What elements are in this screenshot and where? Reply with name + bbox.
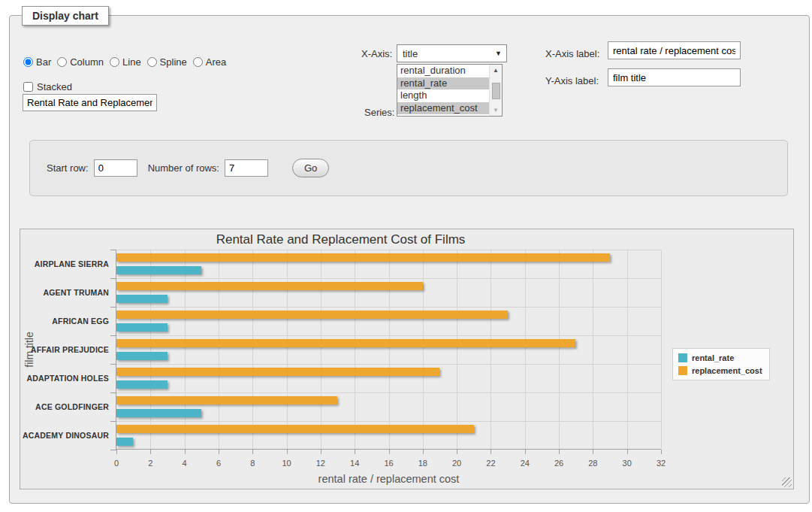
chart-type-radio-spline[interactable]: Spline: [147, 56, 187, 68]
y-axis-tick: [110, 392, 116, 393]
num-rows-input[interactable]: [225, 159, 268, 177]
bar-replacement_cost: [116, 368, 439, 376]
y-axis-tick: [110, 250, 116, 250]
x-axis-tick-label: 0: [114, 459, 119, 468]
x-axis-tick-label: 4: [183, 459, 187, 468]
series-scrollbar[interactable]: ▲ ▼: [489, 65, 502, 116]
x-axis-tick: [252, 450, 253, 454]
x-axis-tick-label: 22: [486, 459, 495, 468]
x-axis-tick-label: 28: [588, 459, 597, 468]
x-axis-tick-label: 6: [216, 459, 221, 468]
x-axis-tick: [661, 450, 662, 454]
chart-type-radio-area[interactable]: Area: [193, 56, 226, 68]
stacked-checkbox[interactable]: [23, 82, 33, 92]
resize-handle-icon[interactable]: [782, 477, 792, 487]
x-axis-tick-label: 24: [521, 459, 530, 468]
x-axis-tick-label: 20: [452, 459, 461, 468]
legend-item-replacement_cost[interactable]: replacement_cost: [678, 366, 762, 375]
category-label: AFRICAN EGG: [52, 317, 109, 326]
gridline-vertical: [661, 250, 662, 449]
bar-replacement_cost: [116, 311, 508, 319]
scrollbar-thumb[interactable]: [492, 83, 500, 99]
category-label: AFFAIR PREJUDICE: [31, 345, 109, 354]
bar-replacement_cost: [116, 253, 610, 262]
x-axis-tick: [219, 450, 219, 454]
legend-item-rental_rate[interactable]: rental_rate: [678, 353, 762, 362]
x-axis-tick: [593, 450, 593, 454]
x-axis-tick: [423, 450, 424, 454]
chart-type-radio-input-line[interactable]: [110, 57, 119, 67]
plot-area: rental rate / replacement cost 024681012…: [116, 250, 661, 450]
chart-title-input[interactable]: [23, 94, 157, 111]
category-row: AIRPLANE SIERRA: [116, 250, 661, 278]
category-label: AIRPLANE SIERRA: [35, 259, 109, 268]
xaxis-selected-value: title: [403, 48, 418, 59]
y-axis-tick: [110, 278, 116, 279]
yaxis-label-input[interactable]: [608, 68, 741, 86]
yaxis-label-field-label: Y-Axis label:: [545, 75, 599, 86]
series-options: rental_durationrental_ratelengthreplacem…: [397, 65, 489, 116]
xaxis-select-label: X-Axis:: [361, 48, 392, 59]
legend-swatch-icon: [678, 353, 687, 362]
scroll-up-icon[interactable]: ▲: [490, 65, 503, 76]
series-option-length[interactable]: length: [397, 89, 489, 102]
y-axis-tick: [110, 335, 116, 336]
chart-type-radio-input-bar[interactable]: [23, 57, 33, 67]
xaxis-label-input[interactable]: [608, 41, 741, 59]
x-axis-tick: [116, 450, 117, 454]
category-label: ADAPTATION HOLES: [26, 374, 109, 383]
bar-replacement_cost: [116, 396, 337, 404]
xaxis-label-field-label: X-Axis label:: [545, 48, 599, 59]
x-axis-tick-label: 18: [418, 459, 427, 468]
y-axis-tick: [110, 421, 116, 422]
x-axis-tick: [559, 450, 560, 454]
category-row: AFRICAN EGG: [116, 307, 661, 335]
legend-label: replacement_cost: [692, 366, 762, 375]
chart-legend: rental_ratereplacement_cost: [672, 348, 770, 380]
y-axis-tick: [110, 364, 116, 365]
go-button[interactable]: Go: [292, 159, 329, 177]
chart-type-radio-bar[interactable]: Bar: [23, 56, 51, 68]
x-axis-tick: [321, 450, 321, 454]
xaxis-select[interactable]: title ▼: [397, 44, 507, 62]
x-axis-tick-label: 26: [554, 459, 563, 468]
chart-type-radio-line[interactable]: Line: [110, 56, 141, 68]
series-option-rental_rate[interactable]: rental_rate: [397, 77, 489, 90]
x-axis-tick-label: 32: [657, 459, 666, 468]
series-multiselect[interactable]: rental_durationrental_ratelengthreplacem…: [397, 64, 503, 117]
chart-type-radio-column[interactable]: Column: [57, 56, 104, 68]
chart-type-radio-input-column[interactable]: [57, 57, 67, 67]
x-axis-title: rental rate / replacement cost: [318, 473, 460, 485]
x-axis-tick-label: 12: [316, 459, 325, 468]
series-option-rental_duration[interactable]: rental_duration: [397, 65, 489, 77]
x-axis-tick: [355, 450, 355, 454]
chart-type-radio-input-spline[interactable]: [147, 57, 157, 67]
legend-swatch-icon: [678, 366, 687, 375]
start-row-input[interactable]: [94, 159, 137, 177]
series-list-label: Series:: [364, 107, 394, 118]
category-row: ACE GOLDFINGER: [116, 392, 661, 421]
row-range-box: Start row: Number of rows: Go: [29, 140, 788, 196]
bar-rental_rate: [116, 409, 201, 417]
y-axis-tick: [110, 450, 116, 450]
category-row: AFFAIR PREJUDICE: [116, 335, 661, 364]
category-label: ACADEMY DINOSAUR: [23, 431, 109, 440]
series-option-replacement_cost[interactable]: replacement_cost: [397, 102, 489, 115]
x-axis-tick: [185, 450, 186, 454]
bar-rental_rate: [116, 352, 168, 360]
chart-type-radio-input-area[interactable]: [193, 57, 203, 67]
chart-panel: Rental Rate and Replacement Cost of Film…: [20, 229, 794, 489]
chart-type-radio-group: BarColumnLineSplineArea: [23, 56, 232, 69]
category-row: ADAPTATION HOLES: [116, 364, 661, 392]
x-axis-tick: [389, 450, 390, 454]
x-axis-tick: [287, 450, 288, 454]
stacked-label: Stacked: [37, 81, 72, 92]
stacked-checkbox-row[interactable]: Stacked: [23, 81, 72, 92]
scroll-down-icon[interactable]: ▼: [490, 105, 503, 116]
x-axis-tick-label: 8: [250, 459, 255, 468]
x-axis-tick-label: 30: [623, 459, 632, 468]
x-axis-tick-label: 16: [384, 459, 393, 468]
bar-rental_rate: [116, 438, 133, 446]
category-row: AGENT TRUMAN: [116, 278, 661, 307]
x-axis-tick: [457, 450, 457, 454]
